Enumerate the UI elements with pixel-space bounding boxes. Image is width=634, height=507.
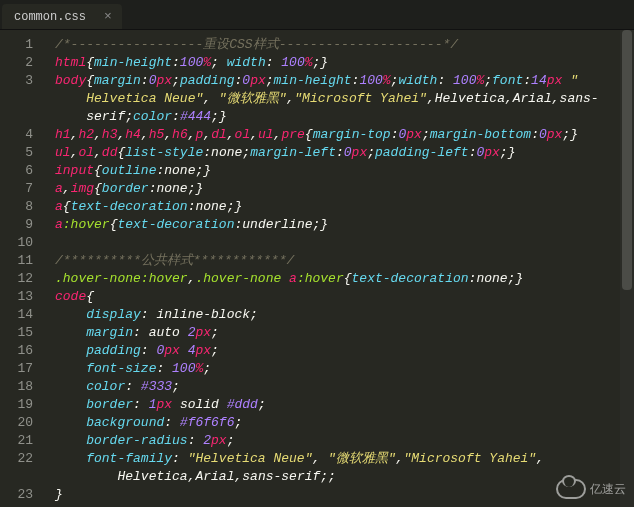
line-number: 22 xyxy=(0,450,33,468)
code-line[interactable]: a,img{border:none;} xyxy=(55,180,634,198)
editor: 1234567891011121314151617181920212223 /*… xyxy=(0,30,634,507)
code-line[interactable]: font-size: 100%; xyxy=(55,360,634,378)
line-number: 1 xyxy=(0,36,33,54)
close-icon[interactable]: × xyxy=(104,9,112,24)
code-line[interactable]: h1,h2,h3,h4,h5,h6,p,dl,ol,ul,pre{margin-… xyxy=(55,126,634,144)
watermark: 亿速云 xyxy=(556,479,626,499)
code-line[interactable]: } xyxy=(55,486,634,504)
code-line[interactable]: /*-----------------重设CSS样式--------------… xyxy=(55,36,634,54)
line-number: 8 xyxy=(0,198,33,216)
code-line[interactable]: a:hover{text-decoration:underline;} xyxy=(55,216,634,234)
line-number: 3 xyxy=(0,72,33,90)
code-line[interactable]: margin: auto 2px; xyxy=(55,324,634,342)
tab-bar: common.css × xyxy=(0,0,634,30)
line-number: 18 xyxy=(0,378,33,396)
line-number: 13 xyxy=(0,288,33,306)
cloud-icon xyxy=(556,479,586,499)
line-number: 19 xyxy=(0,396,33,414)
code-line[interactable]: code{ xyxy=(55,288,634,306)
line-number: 10 xyxy=(0,234,33,252)
line-number: 4 xyxy=(0,126,33,144)
line-number: 12 xyxy=(0,270,33,288)
line-number: 17 xyxy=(0,360,33,378)
line-number xyxy=(0,468,33,486)
line-number: 6 xyxy=(0,162,33,180)
line-number xyxy=(0,90,33,108)
code-line[interactable]: a{text-decoration:none;} xyxy=(55,198,634,216)
line-number: 20 xyxy=(0,414,33,432)
code-area[interactable]: /*-----------------重设CSS样式--------------… xyxy=(45,30,634,507)
code-line[interactable]: color: #333; xyxy=(55,378,634,396)
code-line[interactable]: display: inline-block; xyxy=(55,306,634,324)
code-line[interactable]: ul,ol,dd{list-style:none;margin-left:0px… xyxy=(55,144,634,162)
code-line[interactable]: input{outline:none;} xyxy=(55,162,634,180)
line-number: 21 xyxy=(0,432,33,450)
tab-filename: common.css xyxy=(14,10,86,24)
line-number-gutter: 1234567891011121314151617181920212223 xyxy=(0,30,45,507)
code-line[interactable]: border: 1px solid #ddd; xyxy=(55,396,634,414)
watermark-text: 亿速云 xyxy=(590,481,626,498)
code-line[interactable]: body{margin:0px;padding:0px;min-height:1… xyxy=(55,72,634,90)
line-number: 9 xyxy=(0,216,33,234)
code-line[interactable] xyxy=(55,234,634,252)
line-number: 7 xyxy=(0,180,33,198)
line-number xyxy=(0,108,33,126)
code-line[interactable]: /**********公共样式************/ xyxy=(55,252,634,270)
code-line[interactable]: font-family: "Helvetica Neue", "微软雅黑","M… xyxy=(55,450,634,468)
line-number: 14 xyxy=(0,306,33,324)
line-number: 5 xyxy=(0,144,33,162)
tab-common-css[interactable]: common.css × xyxy=(2,4,122,29)
code-line[interactable]: border-radius: 2px; xyxy=(55,432,634,450)
code-line[interactable]: html{min-height:100%; width: 100%;} xyxy=(55,54,634,72)
scrollbar-thumb[interactable] xyxy=(622,30,632,290)
line-number: 23 xyxy=(0,486,33,504)
code-line[interactable]: padding: 0px 4px; xyxy=(55,342,634,360)
line-number: 15 xyxy=(0,324,33,342)
code-line[interactable]: .hover-none:hover,.hover-none a:hover{te… xyxy=(55,270,634,288)
code-line[interactable]: Helvetica,Arial,sans-serif;; xyxy=(55,468,634,486)
code-line[interactable]: serif;color:#444;} xyxy=(55,108,634,126)
code-line[interactable]: background: #f6f6f6; xyxy=(55,414,634,432)
vertical-scrollbar[interactable] xyxy=(620,30,634,507)
line-number: 11 xyxy=(0,252,33,270)
line-number: 16 xyxy=(0,342,33,360)
line-number: 2 xyxy=(0,54,33,72)
code-line[interactable]: Helvetica Neue", "微软雅黑","Microsoft Yahei… xyxy=(55,90,634,108)
